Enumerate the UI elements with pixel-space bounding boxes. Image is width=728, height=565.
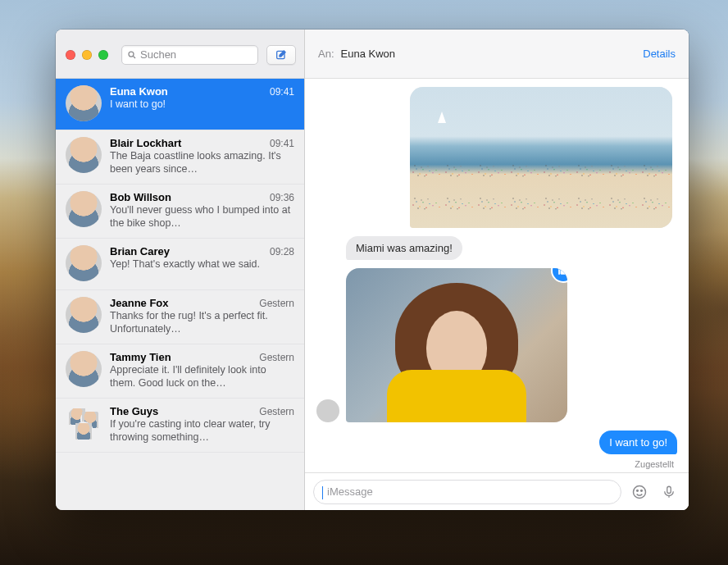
conversation-item[interactable]: The Guys Gestern If you're casting into … (56, 399, 304, 453)
search-icon (127, 50, 137, 60)
conversation-preview: Thanks for the rug! It's a perfect fit. … (110, 309, 294, 335)
avatar (66, 351, 102, 387)
conversation-item[interactable]: Brian Carey 09:28 Yep! That's exactly wh… (56, 239, 304, 290)
composer-bar: iMessage (305, 472, 689, 510)
conversation-item[interactable]: Jeanne Fox Gestern Thanks for the rug! I… (56, 290, 304, 344)
conversation-header: An: Euna Kwon Details (305, 30, 689, 79)
conversation-preview: The Baja coastline looks amazing. It's b… (110, 149, 294, 175)
conversation-item[interactable]: Bob Willson 09:36 You'll never guess who… (56, 185, 304, 239)
conversation-name: Euna Kwon (110, 85, 168, 98)
avatar (66, 245, 102, 281)
to-recipient[interactable]: Euna Kwon (341, 48, 396, 60)
compose-icon (275, 48, 288, 62)
conversation-time: 09:28 (270, 246, 294, 257)
compose-button[interactable] (266, 45, 296, 65)
conversation-name: Bob Willson (110, 191, 171, 203)
svg-point-5 (641, 490, 643, 491)
message-image-incoming[interactable] (410, 87, 672, 228)
conversation-name: Blair Lockhart (110, 137, 181, 149)
avatar (66, 191, 102, 227)
conversation-name: Tammy Tien (110, 351, 171, 363)
conversation-list: Euna Kwon 09:41 I want to go! Blair Lock… (56, 79, 304, 510)
avatar-group (66, 405, 102, 441)
search-placeholder: Suchen (140, 48, 176, 61)
conversation-item[interactable]: Euna Kwon 09:41 I want to go! (56, 79, 304, 130)
svg-rect-6 (667, 486, 671, 493)
svg-point-3 (634, 485, 646, 498)
message-outgoing[interactable]: I want to go! (599, 431, 677, 454)
message-input-placeholder: iMessage (327, 485, 373, 498)
sidebar: Suchen Euna Kwon 09:41 I want to go! (56, 30, 305, 510)
conversation-time: 09:36 (270, 192, 294, 203)
conversation-time: Gestern (259, 298, 294, 309)
messages-window: Suchen Euna Kwon 09:41 I want to go! (56, 30, 689, 510)
conversation-preview: Appreciate it. I'll definitely look into… (110, 363, 294, 390)
to-label: An: (318, 48, 334, 60)
message-input[interactable]: iMessage (313, 480, 621, 504)
conversation-name: Brian Carey (110, 245, 170, 257)
svg-point-4 (637, 490, 639, 491)
minimize-window-button[interactable] (82, 50, 92, 60)
search-input[interactable]: Suchen (121, 45, 258, 65)
conversation-preview: You'll never guess who I bumped into at … (110, 203, 294, 230)
message-thread[interactable]: Miami was amazing! I want to go! Zugeste… (305, 79, 689, 472)
message-image-incoming[interactable] (346, 268, 567, 422)
close-window-button[interactable] (66, 50, 75, 60)
avatar (316, 399, 339, 422)
conversation-name: Jeanne Fox (110, 297, 169, 309)
details-button[interactable]: Details (643, 48, 676, 60)
conversation-item[interactable]: Tammy Tien Gestern Appreciate it. I'll d… (56, 344, 304, 399)
conversation-name: The Guys (110, 405, 158, 417)
emoji-picker-button[interactable] (628, 481, 651, 503)
conversation-item[interactable]: Blair Lockhart 09:41 The Baja coastline … (56, 130, 304, 185)
delivery-status: Zugestellt (316, 459, 677, 469)
smiley-icon (631, 484, 648, 500)
svg-point-0 (129, 52, 134, 57)
window-controls (66, 50, 108, 60)
conversation-time: Gestern (259, 406, 294, 417)
conversation-preview: If you're casting into clear water, try … (110, 417, 294, 444)
svg-line-1 (134, 56, 136, 58)
microphone-icon (662, 485, 676, 499)
conversation-preview: Yep! That's exactly what we said. (110, 257, 294, 271)
sidebar-toolbar: Suchen (56, 30, 304, 79)
conversation-preview: I want to go! (110, 98, 294, 111)
audio-message-button[interactable] (657, 481, 680, 503)
zoom-window-button[interactable] (98, 50, 108, 60)
avatar (66, 297, 102, 333)
message-incoming[interactable]: Miami was amazing! (346, 236, 462, 260)
desktop-background: Suchen Euna Kwon 09:41 I want to go! (0, 0, 728, 565)
avatar (66, 137, 102, 173)
conversation-time: Gestern (259, 352, 294, 363)
conversation-time: 09:41 (270, 138, 294, 149)
conversation-pane: An: Euna Kwon Details Miami was amazing! (305, 30, 689, 510)
avatar (66, 85, 102, 121)
conversation-time: 09:41 (270, 86, 294, 98)
